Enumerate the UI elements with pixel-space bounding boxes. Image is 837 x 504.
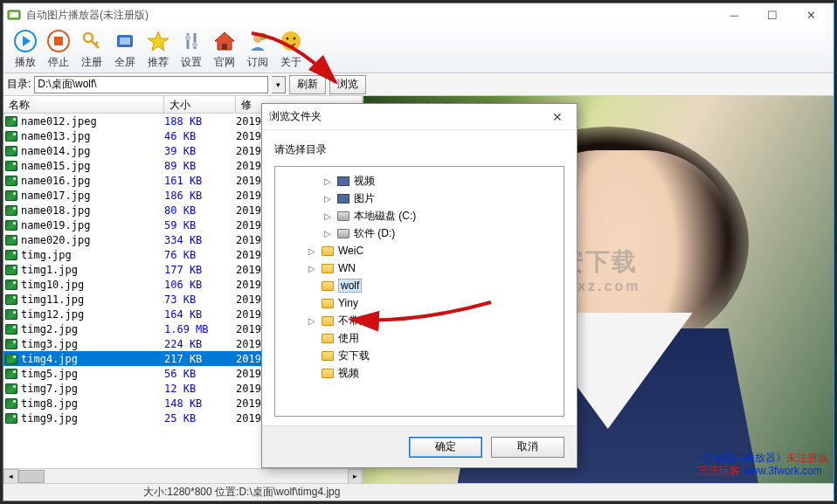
browse-button[interactable]: 浏览 xyxy=(329,75,366,94)
tree-item-label: WeiC xyxy=(338,245,363,257)
tree-item[interactable]: ▷软件 (D:) xyxy=(279,224,560,242)
fullscreen-icon xyxy=(113,29,137,53)
file-name: name018.jpg xyxy=(19,204,164,217)
path-dropdown-button[interactable]: ▾ xyxy=(272,76,286,93)
dialog-title: 浏览文件夹 xyxy=(269,109,322,124)
image-file-icon xyxy=(3,324,19,335)
file-name: name012.jpeg xyxy=(19,115,164,128)
image-file-icon xyxy=(3,383,19,394)
folder-icon xyxy=(321,332,335,344)
drive-icon xyxy=(336,227,350,239)
toolbar: 播放停止注册全屏推荐设置官网订阅关于 xyxy=(3,26,834,73)
file-name: timg9.jpg xyxy=(19,412,164,425)
status-text: 大小:1280*800 位置:D:\桌面\wolf\timg4.jpg xyxy=(143,485,340,500)
image-file-icon xyxy=(3,146,19,156)
toolbar-stop-button[interactable]: 停止 xyxy=(42,28,75,71)
tree-item[interactable]: ▷图片 xyxy=(279,190,560,207)
horizontal-scrollbar[interactable]: ◂ ▸ xyxy=(3,468,363,483)
file-name: name015.jpg xyxy=(19,160,164,172)
scroll-left-button[interactable]: ◂ xyxy=(3,469,18,484)
expand-icon[interactable]: ▷ xyxy=(322,229,333,238)
toolbar-about-button[interactable]: 关于 xyxy=(274,28,308,71)
image-file-icon xyxy=(3,161,19,171)
media-icon xyxy=(336,175,350,187)
ok-button[interactable]: 确定 xyxy=(409,437,482,458)
tree-item-label: 软件 (D:) xyxy=(354,226,395,241)
about-icon xyxy=(279,29,303,53)
file-name: name020.jpg xyxy=(19,234,164,246)
expand-icon[interactable]: ▷ xyxy=(307,246,317,256)
image-file-icon xyxy=(3,220,19,231)
file-name: timg1.jpg xyxy=(19,264,164,276)
file-name: timg.jpg xyxy=(19,249,164,261)
tree-item[interactable]: ▷不常用 xyxy=(279,312,560,329)
cancel-button[interactable]: 取消 xyxy=(491,437,564,458)
expand-icon[interactable]: ▷ xyxy=(322,211,333,221)
file-size: 56 KB xyxy=(164,368,236,380)
toolbar-star-button[interactable]: 推荐 xyxy=(142,28,175,71)
expand-icon[interactable]: ▷ xyxy=(307,316,317,326)
toolbar-home-button[interactable]: 官网 xyxy=(208,28,241,71)
tree-item-label: 安下载 xyxy=(338,349,370,363)
expand-icon[interactable]: ▷ xyxy=(322,176,333,186)
tree-item[interactable]: 使用 xyxy=(279,329,560,347)
toolbar-key-button[interactable]: 注册 xyxy=(75,28,108,71)
file-size: 80 KB xyxy=(164,204,236,217)
tree-item[interactable]: ▷WN xyxy=(279,259,560,277)
image-file-icon xyxy=(3,339,19,349)
toolbar-subscribe-button[interactable]: 订阅 xyxy=(241,28,274,71)
maximize-button[interactable]: ☐ xyxy=(753,3,792,26)
toolbar-play-button[interactable]: 播放 xyxy=(9,28,42,71)
dialog-prompt: 请选择目录 xyxy=(262,130,577,166)
tree-item[interactable]: ▷视频 xyxy=(279,172,560,190)
image-file-icon xyxy=(3,309,19,320)
folder-icon xyxy=(321,314,335,327)
tree-item[interactable]: 安下载 xyxy=(279,347,560,364)
file-name: timg3.jpg xyxy=(19,338,164,350)
file-size: 59 KB xyxy=(164,219,236,231)
watermark-bottom: 《自动图片播放器》未注册版 三汪玩客 www.3fwork.com xyxy=(692,452,828,478)
tree-item[interactable]: ▷WeiC xyxy=(279,242,560,259)
file-size: 217 KB xyxy=(164,353,236,365)
folder-icon xyxy=(321,367,335,379)
svg-point-14 xyxy=(281,31,301,51)
minimize-button[interactable]: ─ xyxy=(715,3,753,26)
dialog-close-button[interactable]: ✕ xyxy=(545,110,570,124)
tree-item[interactable]: 视频 xyxy=(279,364,560,382)
image-file-icon xyxy=(3,398,19,409)
image-file-icon xyxy=(3,413,19,424)
col-header-size[interactable]: 大小 xyxy=(164,96,236,113)
tree-item[interactable]: ▷本地磁盘 (C:) xyxy=(279,207,560,224)
toolbar-fullscreen-button[interactable]: 全屏 xyxy=(108,28,142,71)
tree-item[interactable]: wolf xyxy=(279,277,560,294)
path-input[interactable] xyxy=(34,76,268,93)
image-file-icon xyxy=(3,265,19,275)
close-button[interactable]: ✕ xyxy=(792,3,830,26)
file-size: 164 KB xyxy=(164,308,236,321)
svg-rect-5 xyxy=(54,37,63,45)
file-size: 106 KB xyxy=(164,279,236,291)
scroll-right-button[interactable]: ▸ xyxy=(348,469,363,484)
image-file-icon xyxy=(3,354,19,364)
scroll-thumb[interactable] xyxy=(18,470,45,483)
file-name: name014.jpg xyxy=(19,145,164,157)
expand-icon[interactable]: ▷ xyxy=(307,264,317,273)
tree-item[interactable]: Yiny xyxy=(279,294,560,312)
tree-item-label: 使用 xyxy=(338,331,359,346)
expand-icon[interactable]: ▷ xyxy=(322,194,333,204)
folder-icon xyxy=(321,349,335,362)
file-size: 334 KB xyxy=(164,234,236,246)
svg-rect-8 xyxy=(120,38,130,45)
tree-item-label: 视频 xyxy=(338,366,359,381)
file-name: name016.jpg xyxy=(19,175,164,187)
toolbar-settings-button[interactable]: 设置 xyxy=(175,28,208,71)
refresh-button[interactable]: 刷新 xyxy=(289,75,326,94)
image-file-icon xyxy=(3,176,19,186)
browse-folder-dialog: 浏览文件夹 ✕ 请选择目录 ▷视频▷图片▷本地磁盘 (C:)▷软件 (D:)▷W… xyxy=(261,103,578,468)
col-header-name[interactable]: 名称 xyxy=(3,96,164,113)
dialog-titlebar: 浏览文件夹 ✕ xyxy=(262,104,577,130)
svg-rect-11 xyxy=(222,44,227,50)
image-file-icon xyxy=(3,205,19,216)
folder-tree[interactable]: ▷视频▷图片▷本地磁盘 (C:)▷软件 (D:)▷WeiC▷WNwolfYiny… xyxy=(274,166,564,417)
tree-item-label: 本地磁盘 (C:) xyxy=(354,209,416,224)
